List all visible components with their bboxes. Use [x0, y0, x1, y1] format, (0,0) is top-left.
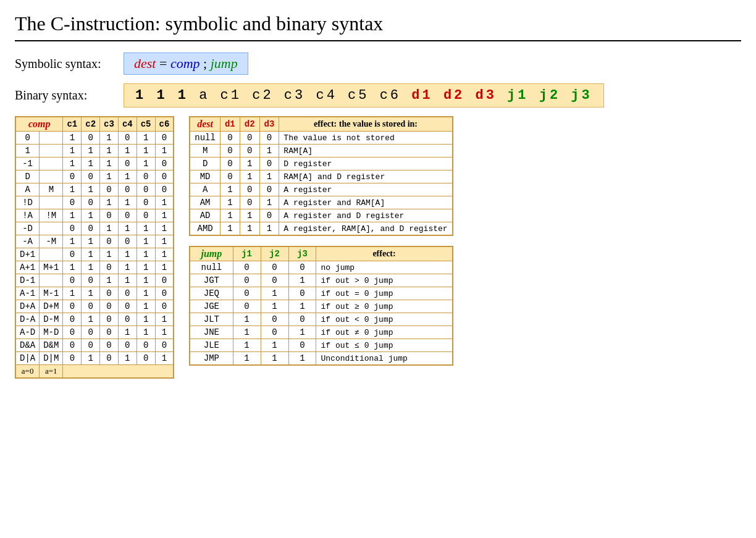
comp-row-2: -1111010: [15, 158, 174, 170]
comp-bit-16-0: 0: [63, 339, 82, 352]
dest-effect-4: A register: [279, 183, 453, 196]
comp-bit-6-3: 0: [118, 209, 136, 222]
comp-bit-12-1: 1: [82, 287, 100, 300]
jump-header-effect: effect:: [316, 246, 453, 261]
comp-bit-9-3: 1: [118, 248, 136, 261]
comp-bit-15-4: 1: [136, 326, 155, 339]
dest-header-label: dest: [190, 117, 220, 132]
jump-bit-7-2: 1: [288, 352, 316, 366]
comp-bit-13-4: 1: [136, 300, 155, 313]
jump-bit-2-1: 1: [261, 287, 288, 300]
dest-header-d1: d1: [220, 117, 240, 132]
comp-bit-7-2: 1: [100, 222, 119, 235]
comp-bit-13-0: 0: [63, 300, 82, 313]
comp-a0-3: D: [15, 170, 40, 183]
jump-effect-2: if out = 0 jump: [316, 287, 453, 300]
comp-bit-8-5: 1: [155, 235, 174, 248]
comp-a1-8: -M: [40, 235, 63, 248]
jump-header-j1: j1: [233, 246, 261, 261]
jump-effect-6: if out ≤ 0 jump: [316, 339, 453, 352]
comp-bit-12-0: 1: [63, 287, 82, 300]
comp-bit-10-0: 1: [63, 261, 82, 274]
comp-c6: c6: [155, 117, 174, 132]
dest-bit-6-2: 0: [259, 209, 279, 222]
dest-bit-4-0: 1: [220, 183, 240, 196]
jump-label-3: JGE: [190, 300, 233, 313]
comp-bit-11-1: 0: [82, 274, 100, 287]
dest-row-5: AM101A register and RAM[A]: [190, 196, 452, 209]
comp-a0-11: D-1: [15, 274, 40, 287]
comp-a0-7: -D: [15, 222, 40, 235]
comp-bit-7-0: 0: [63, 222, 82, 235]
comp-header-label: comp: [15, 117, 63, 132]
page-title: The C-instruction: symbolic and binary s…: [15, 12, 741, 41]
comp-row-15: A-DM-D000111: [15, 326, 174, 339]
comp-row-4: AM110000: [15, 183, 174, 196]
dest-bit-4-2: 0: [259, 183, 279, 196]
comp-a0-6: !A: [15, 209, 40, 222]
jump-header-label: jump: [190, 246, 233, 261]
comp-bit-11-2: 1: [100, 274, 119, 287]
comp-row-7: -D001111: [15, 222, 174, 235]
comp-bit-16-3: 0: [118, 339, 136, 352]
jump-bit-2-0: 0: [233, 287, 261, 300]
comp-bit-8-4: 1: [136, 235, 155, 248]
comp-bit-4-5: 0: [155, 183, 174, 196]
comp-bit-2-3: 0: [118, 158, 136, 170]
comp-bit-7-4: 1: [136, 222, 155, 235]
dest-label-6: AD: [190, 209, 220, 222]
comp-bit-8-2: 0: [100, 235, 119, 248]
dest-bit-7-1: 1: [240, 222, 259, 236]
dest-effect-1: RAM[A]: [279, 145, 453, 158]
dest-row-7: AMD111A register, RAM[A], and D register: [190, 222, 452, 236]
jump-bit-6-0: 1: [233, 339, 261, 352]
comp-a1-13: D+M: [40, 300, 63, 313]
comp-bit-7-1: 0: [82, 222, 100, 235]
dest-bit-7-2: 1: [259, 222, 279, 236]
comp-bit-10-2: 0: [100, 261, 119, 274]
tables-section: comp c1 c2 c3 c4 c5 c6 01010101111111-11…: [15, 116, 741, 379]
jump-label-7: JMP: [190, 352, 233, 366]
jump-bit-0-1: 0: [261, 261, 288, 274]
jump-bit-7-0: 1: [233, 352, 261, 366]
dest-row-6: AD110A register and D register: [190, 209, 452, 222]
comp-bit-13-2: 0: [100, 300, 119, 313]
dest-table: dest d1 d2 d3 effect: the value is store…: [189, 116, 453, 236]
comp-bit-10-5: 1: [155, 261, 174, 274]
sym-eq: =: [156, 56, 170, 71]
comp-bit-3-4: 0: [136, 170, 155, 183]
comp-a1-9: [40, 248, 63, 261]
dest-row-2: D010D register: [190, 158, 452, 170]
comp-a0-5: !D: [15, 196, 40, 209]
comp-bit-2-0: 1: [63, 158, 82, 170]
comp-bit-12-2: 0: [100, 287, 119, 300]
bin-a: a: [188, 88, 209, 103]
comp-bit-12-4: 1: [136, 287, 155, 300]
jump-effect-0: no jump: [316, 261, 453, 274]
binary-syntax-box: 1 1 1 a c1 c2 c3 c4 c5 c6 d1 d2 d3 j1 j2…: [124, 83, 604, 107]
jump-bit-1-1: 0: [261, 274, 288, 287]
comp-a0-0: 0: [15, 132, 40, 145]
comp-bit-2-2: 1: [100, 158, 119, 170]
comp-a1-3: [40, 170, 63, 183]
comp-row-8: -A-M110011: [15, 235, 174, 248]
jump-bit-3-1: 1: [261, 300, 288, 313]
sym-dest: dest: [134, 56, 156, 71]
jump-effect-5: if out ≠ 0 jump: [316, 326, 453, 339]
comp-bit-12-5: 0: [155, 287, 174, 300]
comp-bit-10-1: 1: [82, 261, 100, 274]
comp-row-9: D+1011111: [15, 248, 174, 261]
comp-bit-8-0: 1: [63, 235, 82, 248]
comp-a0-1: 1: [15, 145, 40, 158]
jump-label-0: null: [190, 261, 233, 274]
dest-label-4: A: [190, 183, 220, 196]
comp-bit-11-3: 1: [118, 274, 136, 287]
bin-c4: c4: [305, 88, 337, 103]
comp-a0-17: D|A: [15, 352, 40, 365]
comp-bit-3-0: 0: [63, 170, 82, 183]
comp-row-14: D-AD-M010011: [15, 313, 174, 326]
jump-bit-0-2: 0: [288, 261, 316, 274]
dest-bit-1-0: 0: [220, 145, 240, 158]
jump-header-j2: j2: [261, 246, 288, 261]
dest-bit-2-1: 1: [240, 158, 259, 170]
